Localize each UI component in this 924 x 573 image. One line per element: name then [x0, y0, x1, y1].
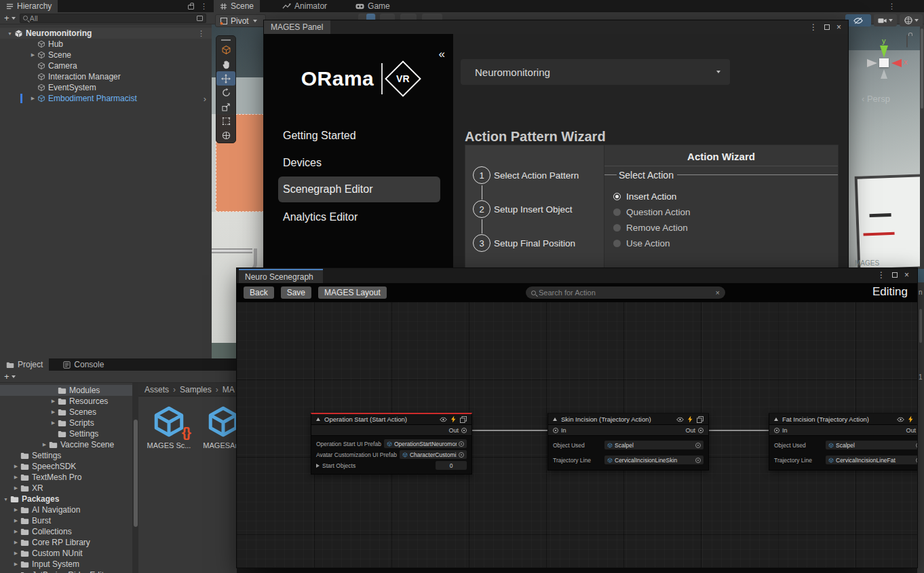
visibility-eye-icon[interactable] [676, 417, 684, 422]
back-button[interactable]: Back [244, 286, 274, 299]
create-dropdown-icon[interactable] [12, 17, 16, 20]
node-skin-incision[interactable]: Skin Incision (Trajectory Action) In Out [547, 413, 709, 470]
hierarchy-item-scene[interactable]: ▶ Scene [0, 50, 212, 60]
out-port[interactable]: Out [685, 427, 704, 434]
action-search[interactable]: × [526, 286, 725, 299]
object-picker-icon[interactable] [459, 441, 464, 447]
create-dropdown-icon[interactable] [12, 375, 16, 378]
axis-x-cone[interactable] [891, 59, 902, 67]
expander-icon[interactable]: ▶ [12, 475, 20, 480]
quick-action-bolt-icon[interactable] [688, 415, 693, 423]
hierarchy-item-interaction-manager[interactable]: Interaction Manager [0, 71, 212, 82]
radio-question-action[interactable]: Question Action [613, 207, 691, 217]
expander-icon[interactable]: ▶ [12, 507, 20, 513]
quick-action-bolt-icon[interactable] [451, 415, 456, 423]
expander-icon[interactable]: ▶ [12, 529, 20, 534]
sliver-scrollbar[interactable] [919, 309, 922, 343]
out-port[interactable]: Out [448, 427, 467, 434]
window-maximize-icon[interactable] [892, 272, 898, 278]
breadcrumb-current[interactable]: MA [223, 385, 235, 394]
expander-icon[interactable]: ▼ [5, 31, 14, 36]
port-circle-icon[interactable] [774, 428, 779, 433]
scale-tool[interactable] [216, 100, 235, 114]
menu-item-devices[interactable]: Devices [278, 150, 440, 176]
scenegraph-titlebar[interactable]: Neuro Scenegraph ⋮ × [237, 268, 917, 283]
prefab-open-chevron[interactable]: › [204, 94, 206, 104]
object-field[interactable]: Scalpel [826, 441, 917, 449]
mages-panel-tab[interactable]: MAGES Panel [264, 20, 330, 34]
expander-icon[interactable]: ▶ [28, 52, 37, 58]
scrollbar-thumb[interactable] [921, 29, 923, 109]
hierarchy-item-camera[interactable]: Camera [0, 60, 212, 71]
move-tool[interactable] [216, 71, 235, 86]
hierarchy-item-embodiment-pharmacist[interactable]: ▶ Embodiment Pharmacist › [0, 93, 212, 104]
port-circle-icon[interactable] [461, 428, 467, 433]
menu-item-scenegraph-editor[interactable]: Scenegraph Editor [278, 177, 440, 202]
folder-settings-root[interactable]: Settings [0, 450, 132, 461]
expander-icon[interactable]: ▶ [28, 96, 37, 101]
rotate-tool[interactable] [216, 86, 235, 100]
breadcrumb-samples[interactable]: Samples [180, 385, 212, 394]
out-port[interactable]: Out [906, 427, 917, 434]
expander-icon[interactable]: ▶ [12, 551, 20, 556]
scrollbar-thumb[interactable] [134, 420, 138, 527]
radio-icon[interactable] [613, 208, 621, 216]
collapse-triangle-icon[interactable] [316, 418, 320, 421]
scene-camera-button[interactable] [874, 14, 897, 26]
tab-hierarchy[interactable]: Hierarchy [0, 0, 58, 12]
action-search-input[interactable] [536, 289, 716, 297]
lock-icon[interactable] [188, 5, 194, 10]
folder-vaccine-scene[interactable]: ▶Vaccine Scene [0, 439, 132, 450]
scene-menu-icon[interactable]: ⋮ [197, 30, 205, 37]
object-field[interactable]: CervicalIncisionLineSkin [604, 456, 704, 464]
collapse-triangle-icon[interactable] [553, 418, 557, 421]
visibility-eye-icon[interactable] [440, 417, 447, 422]
search-filter-icon[interactable] [197, 16, 203, 21]
hierarchy-search-input[interactable] [28, 14, 197, 22]
object-picker-icon[interactable] [459, 452, 464, 458]
rect-tool[interactable] [216, 114, 235, 128]
window-menu-icon[interactable]: ⋮ [877, 270, 885, 280]
menu-item-getting-started[interactable]: Getting Started [278, 123, 440, 149]
node-operation-start[interactable]: Operation Start (Start Action) Out Opera… [311, 413, 472, 475]
expander-icon[interactable]: ▶ [12, 464, 20, 469]
expander-icon[interactable]: ▶ [40, 442, 49, 447]
collapse-triangle-icon[interactable] [774, 418, 778, 421]
axis-down-cone[interactable] [881, 69, 887, 79]
folder-scripts[interactable]: ▶Scripts [0, 418, 132, 428]
tab-animator[interactable]: Animator [276, 0, 333, 12]
axis-y-cone[interactable] [880, 45, 888, 58]
node-fat-incision[interactable]: Fat Incision (Trajectory Action) In Out [769, 413, 917, 470]
object-field[interactable]: CervicalIncisionLineFat [826, 456, 917, 464]
window-close-icon[interactable]: × [904, 270, 909, 280]
neuro-scenegraph-tab[interactable]: Neuro Scenegraph [239, 269, 323, 283]
mages-titlebar[interactable]: MAGES Panel ⋮ × [264, 20, 848, 34]
object-picker-icon[interactable] [695, 443, 701, 448]
folder-jetbrains-rider-editor[interactable]: ▶JetBrains Rider Editor [0, 570, 132, 573]
expander-icon[interactable]: ▶ [12, 518, 20, 523]
count-field[interactable]: 0 [436, 461, 467, 470]
object-field[interactable]: OperationStartNeuromonitoring [384, 439, 467, 448]
object-picker-icon[interactable] [695, 458, 701, 463]
save-button[interactable]: Save [281, 286, 311, 299]
node-header[interactable]: Fat Incision (Trajectory Action) [769, 414, 917, 425]
tab-game[interactable]: Game [349, 0, 396, 12]
folder-packages[interactable]: ▼Packages [0, 494, 132, 504]
hierarchy-search[interactable] [20, 14, 206, 23]
folder-custom-nunit[interactable]: ▶Custom NUnit [0, 548, 132, 559]
mages-layout-button[interactable]: MAGES Layout [318, 286, 387, 299]
scene-orientation-gizmo[interactable]: y x [866, 37, 915, 88]
folder-scenes[interactable]: ▶Scenes [0, 407, 132, 418]
expander-icon[interactable]: ▶ [49, 399, 58, 404]
object-field[interactable]: CharacterCustomizationCanvasNeu [400, 450, 467, 459]
menu-item-analytics-editor[interactable]: Analytics Editor [278, 204, 440, 230]
palette-drag-handle[interactable] [221, 39, 231, 41]
node-header[interactable]: Operation Start (Start Action) [311, 414, 471, 425]
panel-menu-icon[interactable]: ⋮ [888, 3, 896, 10]
in-port[interactable]: In [553, 427, 566, 434]
radio-icon[interactable] [613, 193, 621, 200]
create-asset-button[interactable]: + [0, 371, 12, 382]
expander-icon[interactable]: ▶ [12, 485, 20, 491]
sidebar-collapse-icon[interactable]: « [439, 48, 445, 61]
transform-tool[interactable] [216, 128, 235, 143]
